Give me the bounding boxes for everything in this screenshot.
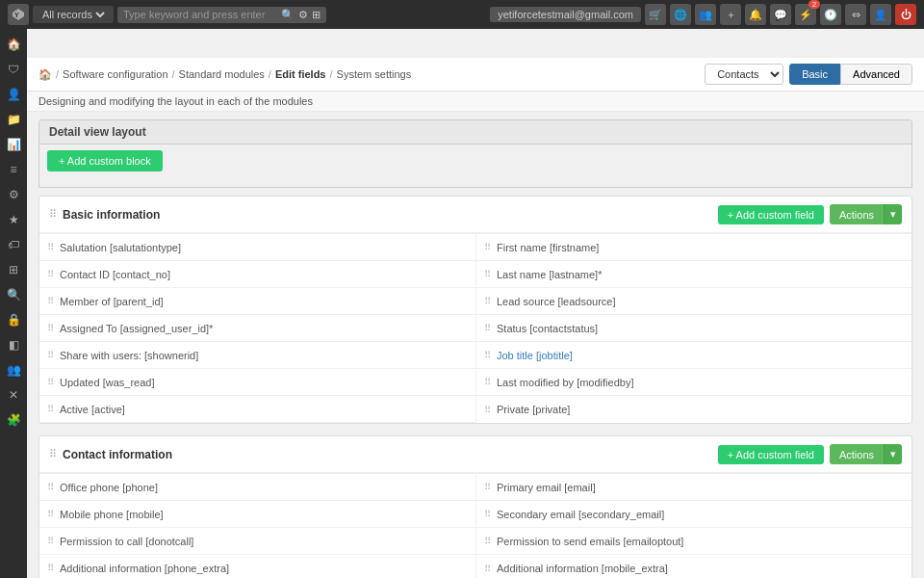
field-label-left: Share with users: [shownerid] bbox=[60, 350, 198, 361]
field-drag-handle[interactable]: ⠿ bbox=[484, 377, 491, 387]
arrows-icon-btn[interactable]: ⇔ bbox=[845, 4, 866, 25]
chat-icon-btn[interactable]: 💬 bbox=[770, 4, 791, 25]
bolt-icon-btn[interactable]: ⚡2 bbox=[795, 4, 816, 25]
sidebar-item-home[interactable]: 🏠 bbox=[2, 33, 25, 56]
field-label-left: Mobile phone [mobile] bbox=[60, 509, 164, 520]
field-drag-handle[interactable]: ⠿ bbox=[47, 509, 54, 519]
add-block-area: + Add custom block bbox=[38, 144, 912, 188]
field-drag-handle[interactable]: ⠿ bbox=[484, 350, 491, 360]
sidebar-item-people[interactable]: 👤 bbox=[2, 83, 25, 106]
module-selector: Contacts Basic Advanced bbox=[705, 64, 912, 85]
sidebar-item-shield[interactable]: 🛡 bbox=[2, 58, 25, 81]
plus-icon-btn[interactable]: ＋ bbox=[720, 4, 741, 25]
add-custom-field-btn-basic-information[interactable]: + Add custom field bbox=[718, 205, 824, 224]
table-row: ⠿ Additional information [mobile_extra] bbox=[475, 555, 911, 578]
field-drag-handle[interactable]: ⠿ bbox=[484, 564, 491, 574]
field-label-left: Salutation [salutationtype] bbox=[60, 242, 181, 253]
section-header-contact-information: ⠿ Contact information + Add custom field… bbox=[39, 436, 911, 473]
module-dropdown[interactable]: Contacts bbox=[705, 64, 783, 85]
table-row: ⠿ Lead source [leadsource] bbox=[475, 288, 911, 315]
breadcrumb-home-icon[interactable]: 🏠 bbox=[38, 68, 52, 81]
sidebar: 🏠 🛡 👤 📁 📊 ≡ ⚙ ★ 🏷 ⊞ 🔍 🔒 ◧ 👥 ✕ 🧩 bbox=[0, 29, 27, 578]
field-drag-handle[interactable]: ⠿ bbox=[47, 242, 54, 252]
sidebar-item-user2[interactable]: 👥 bbox=[2, 358, 25, 381]
search-icon[interactable]: 🔍 bbox=[281, 9, 295, 21]
page-subtitle: Designing and modifying the layout in ea… bbox=[27, 92, 924, 112]
sidebar-item-layers[interactable]: ◧ bbox=[2, 333, 25, 356]
actions-caret-basic-information[interactable]: ▾ bbox=[884, 204, 902, 224]
sidebar-item-cross[interactable]: ✕ bbox=[2, 383, 25, 407]
search-input[interactable] bbox=[123, 9, 277, 20]
table-row: ⠿ Permission to call [donotcall] bbox=[39, 528, 475, 555]
field-drag-handle[interactable]: ⠿ bbox=[47, 350, 54, 360]
actions-button-contact-information[interactable]: Actions bbox=[830, 444, 884, 464]
globe-icon-btn[interactable]: 🌐 bbox=[670, 4, 691, 25]
search-bar[interactable]: 🔍 ⚙ ⊞ bbox=[117, 7, 326, 23]
field-drag-handle[interactable]: ⠿ bbox=[47, 563, 54, 573]
sidebar-item-settings[interactable]: ⚙ bbox=[2, 183, 25, 206]
sidebar-item-puzzle[interactable]: 🧩 bbox=[2, 408, 25, 432]
table-row: ⠿ Private [private] bbox=[475, 396, 911, 423]
breadcrumb: 🏠 / Software configuration / Standard mo… bbox=[38, 68, 411, 81]
table-row: ⠿ Updated [was_read] bbox=[39, 369, 475, 396]
settings-icon[interactable]: ⚙ bbox=[298, 9, 308, 21]
users-icon-btn[interactable]: 👥 bbox=[695, 4, 716, 25]
field-label-right[interactable]: Job title [jobtitle] bbox=[497, 350, 573, 361]
grid-icon[interactable]: ⊞ bbox=[312, 9, 321, 21]
bell-icon-btn[interactable]: 🔔 bbox=[745, 4, 766, 25]
records-dropdown[interactable]: All records bbox=[38, 8, 108, 21]
section-basic-information: ⠿ Basic information + Add custom field A… bbox=[38, 196, 912, 424]
all-records-select[interactable]: All records bbox=[33, 6, 114, 23]
actions-caret-contact-information[interactable]: ▾ bbox=[884, 444, 902, 464]
sidebar-item-star[interactable]: ★ bbox=[2, 208, 25, 231]
section-drag-handle[interactable]: ⠿ bbox=[49, 448, 57, 460]
actions-group-contact-information: Actions ▾ bbox=[830, 444, 902, 464]
field-drag-handle[interactable]: ⠿ bbox=[484, 242, 491, 252]
field-label-left: Assigned To [assigned_user_id]* bbox=[60, 323, 213, 334]
field-label-left: Updated [was_read] bbox=[60, 377, 154, 388]
cart-icon-btn[interactable]: 🛒 bbox=[645, 4, 666, 25]
field-drag-handle[interactable]: ⠿ bbox=[47, 323, 54, 333]
actions-button-basic-information[interactable]: Actions bbox=[830, 204, 884, 224]
power-icon-btn[interactable]: ⏻ bbox=[895, 4, 916, 25]
sidebar-item-folder[interactable]: 📁 bbox=[2, 108, 25, 131]
field-drag-handle[interactable]: ⠿ bbox=[47, 482, 54, 492]
tab-advanced[interactable]: Advanced bbox=[840, 64, 912, 85]
sidebar-item-list[interactable]: ≡ bbox=[2, 158, 25, 181]
person-icon-btn[interactable]: 👤 bbox=[870, 4, 891, 25]
field-drag-handle[interactable]: ⠿ bbox=[484, 536, 491, 546]
breadcrumb-standard-modules[interactable]: Standard modules bbox=[179, 68, 265, 80]
section-drag-handle[interactable]: ⠿ bbox=[49, 208, 57, 221]
field-drag-handle[interactable]: ⠿ bbox=[484, 509, 491, 519]
field-drag-handle[interactable]: ⠿ bbox=[484, 323, 491, 333]
add-custom-block-button[interactable]: + Add custom block bbox=[47, 150, 163, 171]
field-drag-handle[interactable]: ⠿ bbox=[47, 269, 54, 279]
fields-grid-contact-information: ⠿ Office phone [phone] ⠿ Primary email [… bbox=[39, 473, 911, 578]
field-drag-handle[interactable]: ⠿ bbox=[484, 405, 491, 415]
field-drag-handle[interactable]: ⠿ bbox=[47, 536, 54, 546]
sidebar-item-chart[interactable]: 📊 bbox=[2, 133, 25, 156]
sidebar-item-grid[interactable]: ⊞ bbox=[2, 258, 25, 281]
field-drag-handle[interactable]: ⠿ bbox=[47, 404, 54, 414]
section-contact-information: ⠿ Contact information + Add custom field… bbox=[38, 435, 912, 578]
table-row: ⠿ Contact ID [contact_no] bbox=[39, 261, 475, 288]
sidebar-item-tag[interactable]: 🏷 bbox=[2, 233, 25, 256]
field-drag-handle[interactable]: ⠿ bbox=[484, 296, 491, 306]
section-title: Contact information bbox=[63, 448, 712, 461]
sidebar-item-search[interactable]: 🔍 bbox=[2, 283, 25, 306]
field-drag-handle[interactable]: ⠿ bbox=[47, 377, 54, 387]
field-label-left: Permission to call [donotcall] bbox=[60, 536, 193, 547]
field-drag-handle[interactable]: ⠿ bbox=[47, 296, 54, 306]
field-label-right: Last modified by [modifiedby] bbox=[497, 377, 633, 388]
field-drag-handle[interactable]: ⠿ bbox=[484, 269, 491, 279]
tab-basic[interactable]: Basic bbox=[789, 64, 840, 85]
field-label-left: Contact ID [contact_no] bbox=[60, 269, 170, 280]
table-row: ⠿ Office phone [phone] bbox=[39, 474, 475, 501]
sections-container: ⠿ Basic information + Add custom field A… bbox=[38, 196, 912, 578]
field-drag-handle[interactable]: ⠿ bbox=[484, 482, 491, 492]
clock-icon-btn[interactable]: 🕐 bbox=[820, 4, 841, 25]
add-custom-field-btn-contact-information[interactable]: + Add custom field bbox=[718, 445, 824, 464]
sidebar-item-lock[interactable]: 🔒 bbox=[2, 308, 25, 331]
breadcrumb-software-config[interactable]: Software configuration bbox=[63, 68, 167, 80]
breadcrumb-system-settings[interactable]: System settings bbox=[337, 68, 412, 80]
